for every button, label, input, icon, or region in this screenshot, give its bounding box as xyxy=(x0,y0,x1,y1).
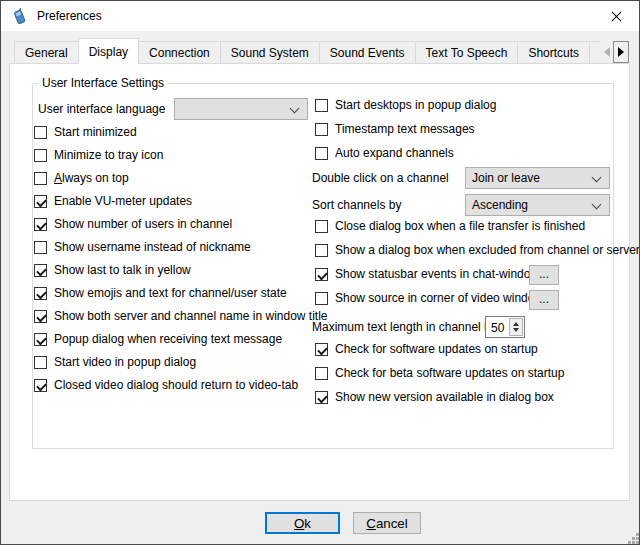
checkbox[interactable] xyxy=(34,333,47,346)
group-title: User Interface Settings xyxy=(39,76,167,90)
checkbox[interactable] xyxy=(315,343,328,356)
checkbox[interactable] xyxy=(315,367,328,380)
double-click-value: Join or leave xyxy=(472,171,540,185)
sort-channels-label: Sort channels by xyxy=(312,198,401,212)
display-tab-page: User Interface Settings User interface l… xyxy=(9,63,630,501)
checkbox[interactable] xyxy=(34,126,47,139)
checkbox[interactable] xyxy=(34,310,47,323)
checkbox-row[interactable]: Minimize to tray icon xyxy=(34,149,328,162)
double-click-label: Double click on a channel xyxy=(312,171,449,185)
checkbox-row[interactable]: Start video in popup dialog xyxy=(34,356,328,369)
close-icon xyxy=(611,11,622,22)
tab-connection[interactable]: Connection xyxy=(138,41,221,63)
checkbox-row[interactable]: Closed video dialog should return to vid… xyxy=(34,379,328,392)
checkbox-row[interactable]: Auto expand channels xyxy=(315,147,496,160)
checkbox-row[interactable]: Show number of users in channel xyxy=(34,218,328,231)
language-label: User interface language xyxy=(38,102,165,116)
tab-general[interactable]: General xyxy=(14,41,79,63)
checkbox-row[interactable]: Close dialog box when a file transfer is… xyxy=(315,220,640,233)
chevron-down-icon xyxy=(592,200,602,210)
max-text-length-spinbox[interactable]: 50 xyxy=(485,316,525,338)
checkbox[interactable] xyxy=(34,218,47,231)
checkbox[interactable] xyxy=(34,195,47,208)
resize-grip[interactable] xyxy=(628,533,631,536)
checkbox[interactable] xyxy=(315,244,328,257)
checkbox-row[interactable]: Show source in corner of video window xyxy=(315,292,640,305)
right-checkbox-list-mid: Close dialog box when a file transfer is… xyxy=(315,220,640,316)
checkbox-row[interactable]: Always on top xyxy=(34,172,328,185)
right-checkbox-list-top: Start desktops in popup dialog Timestamp… xyxy=(315,99,496,171)
checkbox-row[interactable]: Show both server and channel name in win… xyxy=(34,310,328,323)
arrow-right-icon xyxy=(618,47,624,57)
checkbox[interactable] xyxy=(34,287,47,300)
checkbox-row[interactable]: Show statusbar events in chat-window xyxy=(315,268,640,281)
checkbox[interactable] xyxy=(34,241,47,254)
checkbox-row[interactable]: Check for software updates on startup xyxy=(315,343,564,356)
checkbox[interactable] xyxy=(315,220,328,233)
spin-down-button[interactable] xyxy=(513,328,519,332)
checkbox[interactable] xyxy=(315,147,328,160)
checkbox-row[interactable]: Enable VU-meter updates xyxy=(34,195,328,208)
chevron-down-icon xyxy=(290,104,300,114)
checkbox-row[interactable]: Start desktops in popup dialog xyxy=(315,99,496,112)
sort-channels-value: Ascending xyxy=(472,198,528,212)
tab-text-to-speech[interactable]: Text To Speech xyxy=(415,41,519,63)
checkbox-row[interactable]: Show last to talk in yellow xyxy=(34,264,328,277)
checkbox[interactable] xyxy=(315,391,328,404)
checkbox-row[interactable]: Show username instead of nickname xyxy=(34,241,328,254)
max-text-length-value: 50 xyxy=(491,321,504,335)
tab-video[interactable]: Video xyxy=(589,41,600,63)
checkbox[interactable] xyxy=(315,292,328,305)
teamtalk-icon xyxy=(11,8,28,25)
statusbar-events-more-button[interactable]: ... xyxy=(529,265,559,285)
checkbox-row[interactable]: Show emojis and text for channel/user st… xyxy=(34,287,328,300)
title-bar: Preferences xyxy=(1,1,639,31)
checkbox[interactable] xyxy=(34,149,47,162)
sort-channels-combobox[interactable]: Ascending xyxy=(465,194,610,216)
checkbox[interactable] xyxy=(34,172,47,185)
language-combobox[interactable] xyxy=(174,98,308,120)
ok-button[interactable]: Ok xyxy=(265,512,340,534)
tab-shortcuts[interactable]: Shortcuts xyxy=(517,41,590,63)
checkbox[interactable] xyxy=(315,99,328,112)
checkbox[interactable] xyxy=(315,268,328,281)
checkbox-row[interactable]: Start minimized xyxy=(34,126,328,139)
tab-scroll-right-button[interactable] xyxy=(613,41,629,63)
tab-display[interactable]: Display xyxy=(78,38,139,64)
video-source-more-button[interactable]: ... xyxy=(529,290,559,310)
left-checkbox-list: Start minimized Minimize to tray icon Al… xyxy=(34,126,328,402)
checkbox-row[interactable]: Check for beta software updates on start… xyxy=(315,367,564,380)
spin-up-button[interactable] xyxy=(513,322,519,326)
arrow-left-icon xyxy=(604,47,610,57)
tab-bar: General Display Connection Sound System … xyxy=(9,37,600,64)
checkbox[interactable] xyxy=(34,356,47,369)
checkbox-row[interactable]: Timestamp text messages xyxy=(315,123,496,136)
checkbox-row[interactable]: Show new version available in dialog box xyxy=(315,391,564,404)
max-text-length-label: Maximum text length in channel list xyxy=(312,320,499,334)
double-click-combobox[interactable]: Join or leave xyxy=(465,167,610,189)
checkbox[interactable] xyxy=(34,379,47,392)
tab-sound-events[interactable]: Sound Events xyxy=(319,41,416,63)
spinner-buttons xyxy=(509,318,523,336)
tab-scroll-left-button[interactable] xyxy=(600,41,613,63)
close-button[interactable] xyxy=(594,1,639,31)
window-title: Preferences xyxy=(37,9,102,23)
chevron-down-icon xyxy=(592,173,602,183)
cancel-button[interactable]: Cancel xyxy=(353,512,421,534)
checkbox[interactable] xyxy=(315,123,328,136)
right-checkbox-list-bottom: Check for software updates on startup Ch… xyxy=(315,343,564,415)
preferences-dialog: { "window": { "title": "Preferences" }, … xyxy=(0,0,640,545)
checkbox[interactable] xyxy=(34,264,47,277)
checkbox-row[interactable]: Popup dialog when receiving text message xyxy=(34,333,328,346)
tab-sound-system[interactable]: Sound System xyxy=(220,41,320,63)
checkbox-row[interactable]: Show a dialog box when excluded from cha… xyxy=(315,244,640,257)
